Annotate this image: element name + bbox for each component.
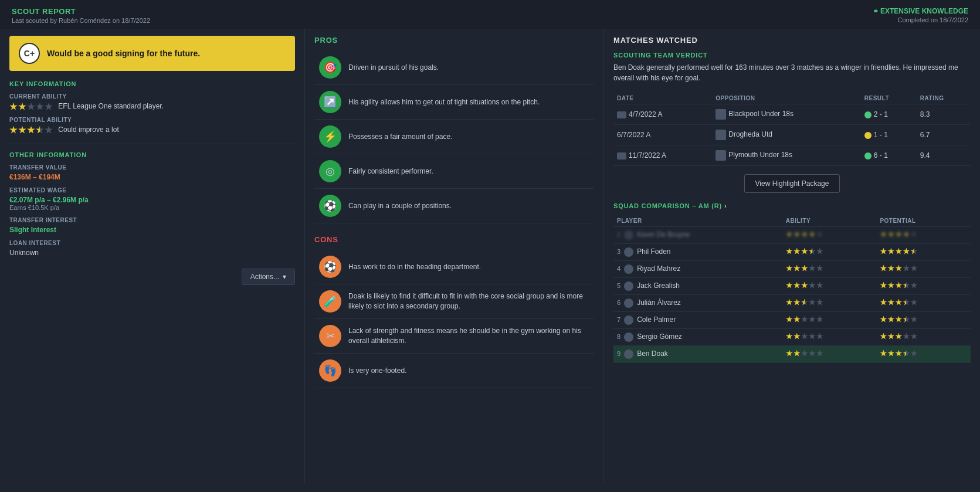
transfer-interest: Slight Interest [9, 226, 295, 234]
squad-star-full [786, 231, 793, 238]
squad-star-empty [809, 299, 816, 306]
extensive-knowledge-label: ⚭ EXTENSIVE KNOWLEDGE [873, 7, 968, 15]
squad-star-empty [809, 316, 816, 323]
transfer-value-label: TRANSFER VALUE [9, 164, 295, 171]
pros-text-0: Driven in pursuit of his goals. [348, 63, 439, 73]
recommendation-box: C+ Would be a good signing for the futur… [9, 36, 295, 71]
match-opposition-2: Plymouth Under 18s [712, 145, 861, 166]
squad-potential-2 [876, 261, 971, 278]
squad-star-half [801, 299, 808, 306]
squad-star-empty [816, 333, 823, 340]
match-result-0: 2 - 1 [861, 104, 917, 125]
squad-star-full [786, 333, 793, 340]
col-opposition: OPPOSITION [712, 93, 861, 104]
squad-star-full [794, 333, 801, 340]
squad-star-empty [809, 265, 816, 272]
pstar-3 [27, 126, 35, 134]
squad-potential-1 [876, 244, 971, 261]
key-information-section: KEY INFORMATION CURRENT ABILITY EFL Leag… [9, 80, 295, 134]
main-content: C+ Would be a good signing for the futur… [0, 29, 980, 483]
squad-ability-3 [782, 278, 877, 295]
squad-star-full [880, 282, 887, 289]
middle-panel: PROS 🎯Driven in pursuit of his goals.↗️H… [305, 29, 604, 483]
squad-star-empty [809, 282, 816, 289]
header-right: ⚭ EXTENSIVE KNOWLEDGE Completed on 18/7/… [873, 7, 968, 23]
squad-player-3: 5Jack Grealish [613, 278, 782, 295]
squad-star-full [794, 265, 801, 272]
scout-report-title: SCOUT REPORT [12, 7, 150, 16]
squad-stars [880, 333, 917, 340]
squad-player-0: 2Kevin De Bruyne [613, 227, 782, 244]
squad-star-full [801, 248, 808, 255]
squad-stars [786, 248, 823, 255]
transfer-interest-label: TRANSFER INTEREST [9, 217, 295, 223]
squad-stars [880, 350, 917, 357]
squad-star-full [887, 350, 894, 357]
squad-star-full [887, 299, 894, 306]
header-left: SCOUT REPORT Last scouted by Rubén Comén… [12, 7, 150, 24]
view-highlight-package-button[interactable]: View Highlight Package [744, 174, 840, 193]
squad-star-full [880, 248, 887, 255]
header: SCOUT REPORT Last scouted by Rubén Comén… [0, 0, 980, 29]
pros-icon-2: ⚡ [319, 125, 341, 148]
squad-star-empty [816, 350, 823, 357]
match-opposition-0: Blackpool Under 18s [712, 104, 861, 125]
squad-ability-4 [782, 295, 877, 312]
squad-star-empty [816, 316, 823, 323]
squad-star-empty [809, 333, 816, 340]
squad-star-full [887, 282, 894, 289]
squad-ability-6 [782, 329, 877, 346]
squad-stars [880, 316, 917, 323]
potential-ability-stars [9, 126, 53, 134]
squad-star-empty [910, 350, 917, 357]
squad-star-empty [910, 299, 917, 306]
squad-stars [786, 333, 823, 340]
star-3 [27, 103, 35, 111]
squad-stars [786, 350, 823, 357]
squad-col-ability: ABILITY [782, 215, 877, 227]
squad-star-empty [903, 265, 910, 272]
squad-comparison-title[interactable]: SQUAD COMPARISON – AM (R) › [613, 202, 971, 209]
squad-star-empty [910, 333, 917, 340]
squad-comparison-section: SQUAD COMPARISON – AM (R) › PLAYER ABILI… [613, 202, 971, 363]
col-date: DATE [613, 93, 712, 104]
right-panel: MATCHES WATCHED SCOUTING TEAM VERDICT Be… [604, 29, 980, 483]
squad-star-full [895, 350, 902, 357]
transfer-value: €136M – €194M [9, 173, 295, 181]
match-result-2: 6 - 1 [861, 145, 917, 166]
squad-potential-5 [876, 312, 971, 329]
estimated-wage-label: ESTIMATED WAGE [9, 187, 295, 194]
squad-star-empty [816, 265, 823, 272]
squad-star-empty [801, 333, 808, 340]
squad-star-full [794, 248, 801, 255]
matches-watched-title: MATCHES WATCHED [613, 36, 971, 45]
pros-title: PROS [314, 36, 594, 45]
squad-player-6: 8Sergio Gómez [613, 329, 782, 346]
squad-stars [786, 265, 823, 272]
squad-stars [786, 282, 823, 289]
divider [9, 144, 295, 144]
squad-star-full [880, 231, 887, 238]
squad-stars [786, 316, 823, 323]
match-rating-2: 9.4 [917, 145, 971, 166]
cons-title: CONS [314, 235, 594, 244]
squad-star-half [903, 350, 910, 357]
pros-item-0: 🎯Driven in pursuit of his goals. [314, 50, 594, 85]
actions-button[interactable]: Actions... ▾ [242, 269, 295, 285]
loan-interest: Unknown [9, 249, 295, 257]
squad-star-full [880, 299, 887, 306]
squad-star-full [786, 350, 793, 357]
squad-potential-3 [876, 278, 971, 295]
match-date-1: 6/7/2022 A [613, 125, 712, 145]
squad-star-empty [809, 350, 816, 357]
verdict-title: SCOUTING TEAM VERDICT [613, 52, 971, 59]
match-opposition-1: Drogheda Utd [712, 125, 861, 145]
squad-stars [786, 231, 823, 238]
squad-star-full [895, 316, 902, 323]
squad-star-empty [910, 282, 917, 289]
current-ability-stars [9, 103, 53, 111]
squad-table-body: 2Kevin De Bruyne3Phil Foden4Riyad Mahrez… [613, 227, 971, 363]
table-row: 7Cole Palmer [613, 312, 971, 329]
actions-label: Actions... [250, 273, 279, 281]
potential-ability-row: Could improve a lot [9, 125, 295, 134]
